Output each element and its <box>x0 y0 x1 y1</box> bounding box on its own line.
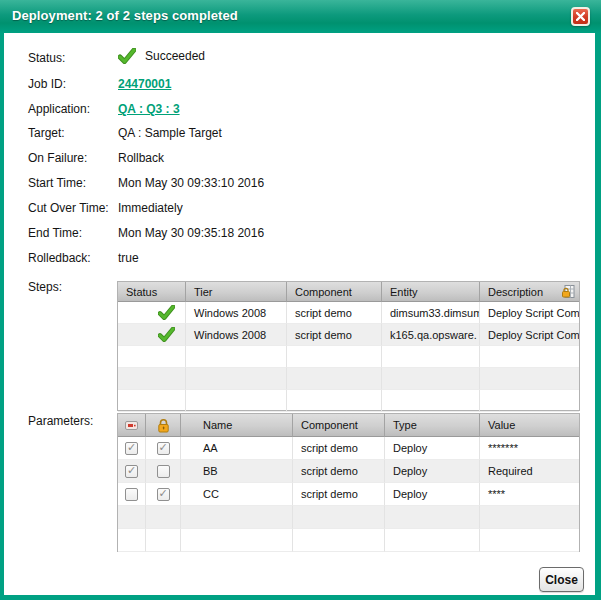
start-time-label: Start Time: <box>28 176 86 190</box>
success-check-icon <box>158 327 175 342</box>
params-row-bb-component: script demo <box>293 460 385 483</box>
dialog-titlebar: Deployment: 2 of 2 steps completed <box>0 0 601 33</box>
deployment-dialog: Deployment: 2 of 2 steps completed Statu… <box>0 0 601 600</box>
application-link[interactable]: QA : Q3 : 3 <box>118 102 180 116</box>
masked-value-icon <box>125 420 138 431</box>
params-row-aa-name: AA <box>181 437 293 460</box>
steps-header-row: Status Tier Component Entity Description <box>118 282 579 302</box>
masked-checkbox[interactable] <box>125 465 138 478</box>
params-row-bb-type: Deploy <box>385 460 480 483</box>
application-label: Application: <box>28 102 90 116</box>
masked-checkbox[interactable] <box>125 442 138 455</box>
params-row-aa-type: Deploy <box>385 437 480 460</box>
dialog-border-bottom <box>0 595 601 600</box>
params-empty-row <box>118 529 579 552</box>
locked-checkbox[interactable] <box>157 442 170 455</box>
close-icon <box>576 12 585 21</box>
steps-row-2-component: script demo <box>287 324 382 346</box>
steps-table: Status Tier Component Entity Description <box>117 281 580 411</box>
locked-checkbox[interactable] <box>157 488 170 501</box>
params-empty-row <box>118 506 579 529</box>
steps-row-2-entity: k165.qa.opsware. <box>382 324 480 346</box>
params-row-cc-type: Deploy <box>385 483 480 506</box>
dialog-title: Deployment: 2 of 2 steps completed <box>12 8 238 23</box>
params-col-value[interactable]: Value <box>480 414 579 437</box>
success-check-icon <box>118 48 136 64</box>
params-row-cc-value: **** <box>480 483 579 506</box>
steps-row-1[interactable]: Windows 2008 script demo dimsum33.dimsum… <box>118 302 579 324</box>
steps-col-description-label: Description <box>488 286 543 298</box>
params-col-name[interactable]: Name <box>181 414 293 437</box>
steps-col-component[interactable]: Component <box>287 282 382 302</box>
params-row-aa[interactable]: AA script demo Deploy ******* <box>118 437 579 460</box>
parameters-header-row: Name Component Type Value <box>118 414 579 437</box>
rolledback-label: Rolledback: <box>28 251 91 265</box>
status-value: Succeeded <box>118 48 205 64</box>
params-row-bb-value: Required <box>480 460 579 483</box>
titlebar-close-button[interactable] <box>571 7 590 26</box>
target-label: Target: <box>28 126 65 140</box>
steps-col-description[interactable]: Description <box>480 282 579 302</box>
dialog-border-right <box>595 33 601 600</box>
target-value: QA : Sample Target <box>118 126 222 140</box>
parameters-label: Parameters: <box>28 414 93 428</box>
lock-icon <box>157 418 170 433</box>
params-col-component[interactable]: Component <box>293 414 385 437</box>
params-row-aa-value: ******* <box>480 437 579 460</box>
steps-row-1-component: script demo <box>287 302 382 324</box>
params-col-locked[interactable] <box>146 414 181 437</box>
steps-col-tier[interactable]: Tier <box>186 282 287 302</box>
steps-empty-row <box>118 390 579 412</box>
job-id-link[interactable]: 24470001 <box>118 77 171 91</box>
steps-label: Steps: <box>28 280 62 294</box>
close-button[interactable]: Close <box>539 567 584 592</box>
steps-col-entity[interactable]: Entity <box>382 282 480 302</box>
params-col-masked[interactable] <box>118 414 146 437</box>
dialog-border-left <box>0 33 4 600</box>
on-failure-label: On Failure: <box>28 151 87 165</box>
params-row-cc[interactable]: CC script demo Deploy **** <box>118 483 579 506</box>
params-row-aa-component: script demo <box>293 437 385 460</box>
cut-over-time-label: Cut Over Time: <box>28 201 109 215</box>
steps-empty-row <box>118 346 579 368</box>
end-time-value: Mon May 30 09:35:18 2016 <box>118 226 264 240</box>
start-time-value: Mon May 30 09:33:10 2016 <box>118 176 264 190</box>
locked-columns-icon[interactable] <box>561 284 576 299</box>
status-text: Succeeded <box>145 49 205 63</box>
end-time-label: End Time: <box>28 226 82 240</box>
steps-col-status[interactable]: Status <box>118 282 186 302</box>
params-row-cc-name: CC <box>181 483 293 506</box>
parameters-table: Name Component Type Value AA script demo… <box>117 413 580 552</box>
steps-row-2-tier: Windows 2008 <box>186 324 287 346</box>
params-row-bb[interactable]: BB script demo Deploy Required <box>118 460 579 483</box>
steps-row-1-status-cell <box>118 302 186 324</box>
steps-row-2-description: Deploy Script Com <box>480 324 579 346</box>
success-check-icon <box>158 305 175 320</box>
steps-row-1-tier: Windows 2008 <box>186 302 287 324</box>
masked-checkbox[interactable] <box>125 488 138 501</box>
params-row-bb-name: BB <box>181 460 293 483</box>
on-failure-value: Rollback <box>118 151 164 165</box>
steps-row-1-description: Deploy Script Com <box>480 302 579 324</box>
steps-row-1-entity: dimsum33.dimsum <box>382 302 480 324</box>
locked-checkbox[interactable] <box>157 465 170 478</box>
status-label: Status: <box>28 51 65 65</box>
steps-row-2[interactable]: Windows 2008 script demo k165.qa.opsware… <box>118 324 579 346</box>
cut-over-time-value: Immediately <box>118 201 183 215</box>
steps-row-2-status-cell <box>118 324 186 346</box>
rolledback-value: true <box>118 251 139 265</box>
job-id-label: Job ID: <box>28 77 66 91</box>
params-row-cc-component: script demo <box>293 483 385 506</box>
params-col-type[interactable]: Type <box>385 414 480 437</box>
steps-empty-row <box>118 368 579 390</box>
